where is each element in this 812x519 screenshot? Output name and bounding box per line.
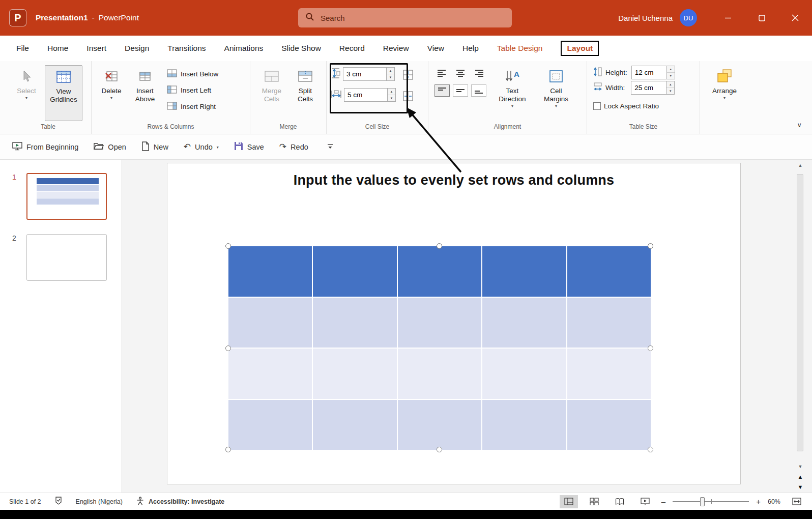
table-cell[interactable]	[312, 246, 396, 297]
insert-above-button[interactable]: Insert Above	[129, 65, 161, 103]
zoom-out-button[interactable]: –	[661, 497, 665, 506]
column-width-input[interactable]	[344, 88, 388, 102]
resize-handle-top-right[interactable]	[648, 243, 653, 249]
align-bottom-button[interactable]	[471, 84, 486, 97]
redo-button[interactable]: ↷ Redo	[279, 142, 308, 151]
table-cell[interactable]	[566, 400, 651, 450]
lock-aspect-checkbox[interactable]	[593, 102, 601, 110]
tab-slide-show[interactable]: Slide Show	[281, 44, 321, 53]
row-height-spin-down-button[interactable]: ▾	[387, 74, 394, 80]
table-height-spin-down-button[interactable]: ▾	[667, 72, 675, 79]
tab-view[interactable]: View	[427, 44, 444, 53]
table-cell[interactable]	[481, 246, 566, 297]
open-button[interactable]: Open	[94, 142, 126, 152]
insert-right-button[interactable]: Insert Right	[164, 100, 221, 113]
table-cell[interactable]	[312, 400, 396, 450]
minimize-button[interactable]	[711, 0, 745, 36]
table-cell[interactable]	[397, 400, 481, 450]
resize-handle-bottom-center[interactable]	[437, 447, 442, 452]
zoom-level[interactable]: 60%	[768, 498, 780, 505]
tab-table-design[interactable]: Table Design	[497, 44, 543, 53]
align-top-button[interactable]	[434, 84, 450, 97]
table-width-input[interactable]	[631, 81, 666, 95]
table-height-input[interactable]	[631, 66, 667, 79]
align-middle-button[interactable]	[453, 84, 468, 97]
align-center-button[interactable]	[453, 67, 468, 79]
slideshow-view-button[interactable]	[636, 495, 654, 508]
table-cell[interactable]	[228, 246, 312, 297]
table-cell[interactable]	[566, 246, 651, 297]
slide-thumbnail-1[interactable]	[26, 173, 107, 220]
table-cell[interactable]	[481, 349, 566, 399]
tab-help[interactable]: Help	[462, 44, 479, 53]
table-cell[interactable]	[566, 298, 651, 348]
normal-view-button[interactable]	[560, 495, 578, 508]
slide-thumbnail-2[interactable]	[26, 234, 107, 281]
table-height-spin-up-button[interactable]: ▴	[667, 66, 675, 72]
table-cell[interactable]	[228, 349, 312, 399]
row-height-spin-up-button[interactable]: ▴	[387, 68, 394, 74]
column-width-spin-up-button[interactable]: ▴	[388, 89, 395, 95]
text-direction-button[interactable]: A Text Direction ▾	[494, 65, 531, 108]
table-cell[interactable]	[397, 246, 481, 297]
split-cells-button[interactable]: Split Cells	[290, 65, 321, 103]
table-cell[interactable]	[312, 349, 396, 399]
table-cell[interactable]	[481, 400, 566, 450]
user-avatar[interactable]: DU	[680, 9, 697, 26]
slide-table[interactable]	[228, 246, 651, 450]
distribute-rows-button[interactable]	[401, 68, 415, 81]
toolbar-overflow-button[interactable]	[327, 143, 334, 151]
table-cell[interactable]	[397, 349, 481, 399]
table-cell[interactable]	[481, 298, 566, 348]
scroll-up-button[interactable]: ▲	[796, 161, 805, 170]
maximize-button[interactable]	[745, 0, 778, 36]
resize-handle-bottom-right[interactable]	[648, 447, 653, 452]
delete-button[interactable]: Delete ▾	[97, 65, 126, 100]
resize-handle-bottom-left[interactable]	[225, 447, 231, 452]
table-cell[interactable]	[228, 400, 312, 450]
table-width-spin-down-button[interactable]: ▾	[666, 88, 674, 94]
undo-button[interactable]: ↶ Undo ▾	[184, 142, 219, 151]
reading-view-button[interactable]	[611, 495, 629, 508]
from-beginning-button[interactable]: From Beginning	[12, 141, 78, 152]
tab-transitions[interactable]: Transitions	[167, 44, 206, 53]
tab-insert[interactable]: Insert	[86, 44, 106, 53]
search-input[interactable]	[321, 14, 488, 22]
zoom-slider[interactable]	[673, 501, 749, 502]
tab-layout-active[interactable]: Layout	[561, 41, 599, 56]
table-cell[interactable]	[228, 298, 312, 348]
next-slide-button[interactable]: ▼	[796, 482, 805, 492]
slide-sorter-view-button[interactable]	[585, 495, 603, 508]
table-width-spin-up-button[interactable]: ▴	[666, 81, 674, 88]
language-indicator[interactable]: English (Nigeria)	[76, 498, 123, 505]
insert-below-button[interactable]: Insert Below	[164, 67, 221, 80]
chevron-down-icon[interactable]: ▾	[217, 145, 219, 150]
scroll-down-button[interactable]: ▼	[796, 462, 805, 471]
tab-review[interactable]: Review	[383, 44, 409, 53]
distribute-columns-button[interactable]	[401, 90, 415, 103]
insert-left-button[interactable]: Insert Left	[164, 83, 221, 97]
row-height-input[interactable]	[343, 67, 387, 81]
scrollbar-thumb[interactable]	[797, 174, 803, 451]
new-button[interactable]: New	[141, 141, 168, 153]
resize-handle-top-left[interactable]	[225, 243, 231, 249]
zoom-in-button[interactable]: +	[756, 497, 761, 506]
tab-record[interactable]: Record	[339, 44, 365, 53]
fit-slide-to-window-button[interactable]	[788, 495, 806, 508]
save-button[interactable]: Save	[234, 141, 264, 152]
table-cell[interactable]	[566, 349, 651, 399]
tab-file[interactable]: File	[16, 44, 29, 53]
arrange-button[interactable]: Arrange ▾	[707, 65, 742, 100]
table-cell[interactable]	[397, 298, 481, 348]
tab-home[interactable]: Home	[47, 44, 68, 53]
zoom-slider-thumb[interactable]	[700, 497, 705, 506]
view-gridlines-button[interactable]: View Gridlines	[45, 65, 82, 121]
accessibility-status[interactable]: Accessibility: Investigate	[136, 497, 224, 507]
resize-handle-middle-right[interactable]	[648, 345, 653, 351]
column-width-spin-down-button[interactable]: ▾	[388, 95, 395, 101]
previous-slide-button[interactable]: ▲	[796, 472, 805, 481]
resize-handle-middle-left[interactable]	[225, 345, 231, 351]
search-bar[interactable]	[298, 8, 512, 27]
cell-margins-button[interactable]: Cell Margins ▾	[538, 65, 574, 108]
spell-check-icon[interactable]	[54, 497, 63, 506]
